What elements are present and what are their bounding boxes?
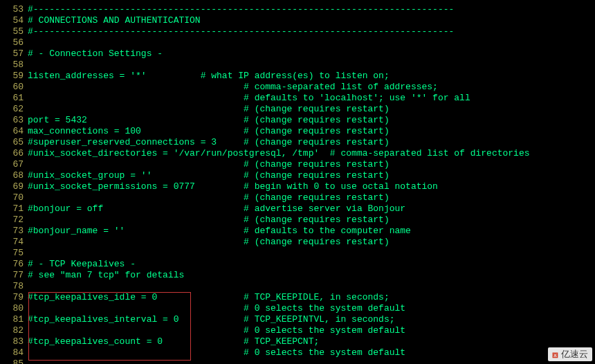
line-number: 69	[0, 181, 28, 192]
code-text: # - Connection Settings -	[28, 48, 163, 60]
line-number: 71	[0, 203, 28, 215]
code-line[interactable]: 57# - Connection Settings -	[0, 48, 595, 60]
code-text: #tcp_keepalives_idle = 0 # TCP_KEEPIDLE,…	[28, 292, 390, 303]
code-line[interactable]: 58	[0, 60, 595, 71]
code-text: #tcp_keepalives_count = 0 # TCP_KEEPCNT;	[28, 336, 319, 347]
code-line[interactable]: 62 # (change requires restart)	[0, 104, 595, 115]
line-number: 82	[0, 325, 28, 336]
code-line[interactable]: 81#tcp_keepalives_interval = 0 # TCP_KEE…	[0, 314, 595, 325]
line-number: 68	[0, 170, 28, 181]
code-line[interactable]: 54# CONNECTIONS AND AUTHENTICATION	[0, 15, 595, 26]
code-line[interactable]: 59listen_addresses = '*' # what IP addre…	[0, 71, 595, 82]
code-text: # (change requires restart)	[28, 159, 390, 170]
code-line[interactable]: 66#unix_socket_directories = '/var/run/p…	[0, 148, 595, 159]
code-line[interactable]: 77# see "man 7 tcp" for details	[0, 270, 595, 281]
code-line[interactable]: 72 # (change requires restart)	[0, 215, 595, 226]
code-line[interactable]: 70 # (change requires restart)	[0, 192, 595, 203]
code-text: #superuser_reserved_connections = 3 # (c…	[28, 137, 390, 148]
code-line[interactable]: 53#-------------------------------------…	[0, 4, 595, 15]
code-text: # (change requires restart)	[28, 192, 390, 203]
line-number: 56	[0, 37, 28, 48]
line-number: 53	[0, 4, 28, 15]
line-number: 66	[0, 148, 28, 159]
code-text: #unix_socket_permissions = 0777 # begin …	[28, 181, 438, 192]
code-text: # 0 selects the system default	[28, 325, 405, 336]
code-text: #tcp_keepalives_interval = 0 # TCP_KEEPI…	[28, 314, 395, 325]
code-text: #---------------------------------------…	[28, 26, 454, 37]
code-line[interactable]: 79#tcp_keepalives_idle = 0 # TCP_KEEPIDL…	[0, 292, 595, 303]
code-text: max_connections = 100 # (change requires…	[28, 126, 390, 137]
code-text: #bonjour = off # advertise server via Bo…	[28, 203, 405, 215]
code-text: port = 5432 # (change requires restart)	[28, 115, 390, 126]
code-text: # 0 selects the system default	[28, 303, 405, 314]
code-text: # (change requires restart)	[28, 104, 390, 115]
code-line[interactable]: 83#tcp_keepalives_count = 0 # TCP_KEEPCN…	[0, 336, 595, 347]
code-text: # (change requires restart)	[28, 215, 390, 226]
code-text: # (change requires restart)	[28, 237, 390, 248]
line-number: 60	[0, 82, 28, 93]
line-number: 84	[0, 347, 28, 358]
line-number: 63	[0, 115, 28, 126]
code-text: # see "man 7 tcp" for details	[28, 270, 184, 281]
code-line[interactable]: 84 # 0 selects the system default	[0, 347, 595, 358]
cube-icon: ⧈	[552, 349, 558, 359]
code-line[interactable]: 56	[0, 37, 595, 48]
line-number: 73	[0, 226, 28, 237]
line-number: 55	[0, 26, 28, 37]
line-number: 64	[0, 126, 28, 137]
code-line[interactable]: 74 # (change requires restart)	[0, 237, 595, 248]
code-line[interactable]: 55#-------------------------------------…	[0, 26, 595, 37]
line-number: 83	[0, 336, 28, 347]
code-text: # defaults to 'localhost'; use '*' for a…	[28, 93, 470, 104]
line-number: 67	[0, 159, 28, 170]
code-text: #unix_socket_group = '' # (change requir…	[28, 170, 390, 181]
line-number: 80	[0, 303, 28, 314]
code-text: #bonjour_name = '' # defaults to the com…	[28, 226, 411, 237]
line-number: 76	[0, 259, 28, 270]
line-number: 59	[0, 71, 28, 82]
code-editor[interactable]: 53#-------------------------------------…	[0, 0, 595, 364]
code-line[interactable]: 80 # 0 selects the system default	[0, 303, 595, 314]
code-line[interactable]: 64max_connections = 100 # (change requir…	[0, 126, 595, 137]
line-number: 54	[0, 15, 28, 26]
watermark-badge: ⧈ 亿速云	[548, 347, 592, 361]
code-line[interactable]: 67 # (change requires restart)	[0, 159, 595, 170]
code-line[interactable]: 76# - TCP Keepalives -	[0, 259, 595, 270]
code-text: # comma-separated list of addresses;	[28, 82, 438, 93]
line-number: 85	[0, 358, 28, 364]
line-number: 79	[0, 292, 28, 303]
line-number: 74	[0, 237, 28, 248]
code-line[interactable]: 82 # 0 selects the system default	[0, 325, 595, 336]
code-text: listen_addresses = '*' # what IP address…	[28, 71, 390, 82]
line-number: 81	[0, 314, 28, 325]
line-number: 62	[0, 104, 28, 115]
code-line[interactable]: 60 # comma-separated list of addresses;	[0, 82, 595, 93]
line-number: 77	[0, 270, 28, 281]
code-line[interactable]: 63port = 5432 # (change requires restart…	[0, 115, 595, 126]
code-line[interactable]: 73#bonjour_name = '' # defaults to the c…	[0, 226, 595, 237]
watermark-text: 亿速云	[561, 349, 588, 360]
line-number: 61	[0, 93, 28, 104]
code-line[interactable]: 78	[0, 281, 595, 292]
line-number: 58	[0, 60, 28, 71]
code-line[interactable]: 85	[0, 358, 595, 364]
code-line[interactable]: 68#unix_socket_group = '' # (change requ…	[0, 170, 595, 181]
line-number: 72	[0, 215, 28, 226]
code-line[interactable]: 69#unix_socket_permissions = 0777 # begi…	[0, 181, 595, 192]
code-text: #---------------------------------------…	[28, 4, 454, 15]
code-line[interactable]: 61 # defaults to 'localhost'; use '*' fo…	[0, 93, 595, 104]
code-line[interactable]: 71#bonjour = off # advertise server via …	[0, 203, 595, 215]
line-number: 78	[0, 281, 28, 292]
code-line[interactable]: 75	[0, 248, 595, 259]
line-number: 57	[0, 48, 28, 60]
line-number: 75	[0, 248, 28, 259]
line-number: 65	[0, 137, 28, 148]
line-number: 70	[0, 192, 28, 203]
code-text: # - TCP Keepalives -	[28, 259, 136, 270]
code-text: #unix_socket_directories = '/var/run/pos…	[28, 148, 530, 159]
code-text: # 0 selects the system default	[28, 347, 405, 358]
code-text: # CONNECTIONS AND AUTHENTICATION	[28, 15, 201, 26]
code-line[interactable]: 65#superuser_reserved_connections = 3 # …	[0, 137, 595, 148]
